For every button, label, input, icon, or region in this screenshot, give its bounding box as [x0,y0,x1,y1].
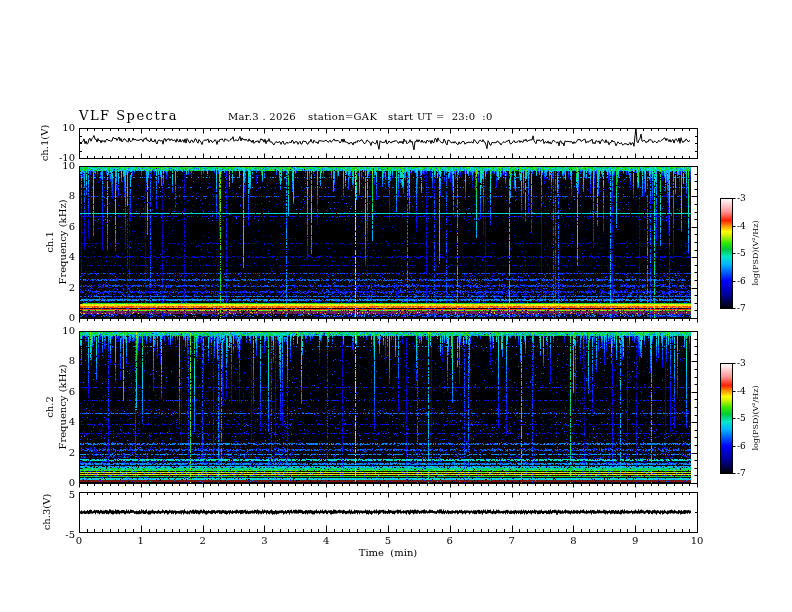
ch2-spectrogram-ylabel-frequency: Frequency (kHz) [58,364,68,449]
x-tick-label: 7 [508,536,514,546]
ch2-spectrogram-ytick-label: 10 [62,326,75,336]
x-tick-label: 6 [447,536,453,546]
vlf-spectra-figure: VLF Spectra Mar.3 . 2026 station=GAK sta… [0,0,792,612]
ch2-spectrogram-ytick-label: 4 [69,417,75,427]
figure-station: station=GAK [308,112,377,122]
ch1-waveform-ytick-label: 10 [62,123,75,133]
x-tick-label: 9 [632,536,638,546]
x-tick-label: 5 [385,536,391,546]
figure-title: VLF Spectra [79,109,178,122]
colorbar-2-tick-label: -5 [737,414,746,423]
ch1-spectrogram-ytick-label: 4 [69,252,75,262]
ch1-spectrogram-ytick-label: 6 [69,222,75,232]
ch2-spectrogram-ytick-label: 2 [69,448,75,458]
colorbar-2-label: log(PSD)(V²/Hz) [752,385,760,450]
x-tick-label: 3 [261,536,267,546]
ch1-spectrogram-ytick-label: 0 [69,313,75,323]
ch1-spectrogram-ylabel-frequency: Frequency (kHz) [58,199,68,284]
colorbar-1-tick-label: -5 [737,249,746,258]
colorbar-1-tick-label: -6 [737,277,746,286]
colorbar-1-label: log(PSD)(V²/Hz) [752,220,760,285]
colorbar-2-tick-label: -6 [737,442,746,451]
ch2-spectrogram-ytick-label: 8 [69,356,75,366]
colorbar-1-tick-label: -3 [737,194,746,203]
x-tick-label: 2 [199,536,205,546]
x-tick-label: 8 [570,536,576,546]
ch2-spectrogram-ytick-label: 6 [69,387,75,397]
ch1-spectrogram-ytick-label: 2 [69,283,75,293]
colorbar-1-tick-label: -4 [737,222,746,231]
ch1-spectrogram-ytick-label: 10 [62,161,75,171]
x-axis-title: Time (min) [359,548,418,558]
colorbar-2-tick-label: -3 [737,359,746,368]
x-tick-label: 0 [76,536,82,546]
x-tick-label: 4 [323,536,329,546]
axes-overlay [0,0,792,612]
ch2-spectrogram-ytick-label: 0 [69,478,75,488]
ch3-waveform-ylabel: ch.3(V) [42,494,52,531]
x-tick-label: 1 [138,536,144,546]
x-tick-label: 10 [691,536,704,546]
colorbar-1-tick-label: -7 [737,304,746,313]
ch3-waveform-ytick-label: 5 [69,490,75,500]
ch2-spectrogram-ylabel-channel: ch.2 [45,396,55,418]
colorbar-2-tick-label: -4 [737,387,746,396]
colorbar-2-tick-label: -7 [737,469,746,478]
ch1-spectrogram-ylabel-channel: ch.1 [45,231,55,253]
ch1-waveform-ylabel: ch.1(V) [40,125,50,162]
ch1-spectrogram-ytick-label: 8 [69,191,75,201]
ch3-waveform-ytick-label: -5 [65,530,75,540]
figure-date: Mar.3 . 2026 [228,112,296,122]
figure-start-ut: start UT = 23:0 :0 [388,112,493,122]
